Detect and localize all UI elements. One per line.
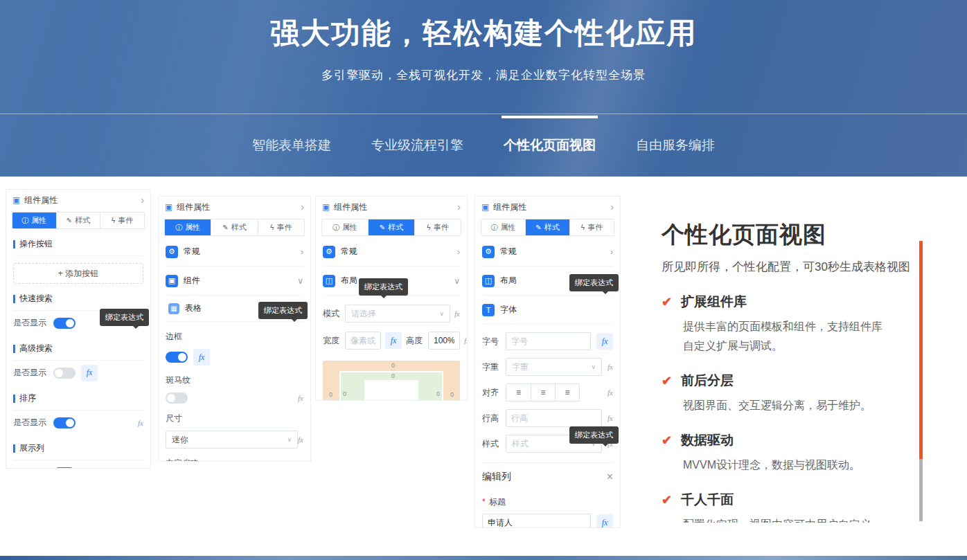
- tab-personalized-view[interactable]: 个性化页面视图: [504, 136, 596, 154]
- tab-event[interactable]: ϟ 事件: [258, 219, 304, 235]
- mode-select[interactable]: 请选择 ∨: [345, 305, 450, 323]
- tab-event[interactable]: ϟ 事件: [414, 219, 461, 235]
- fx-bind-button-active[interactable]: fx: [193, 349, 210, 365]
- tab-service-orchestration[interactable]: 自由服务编排: [636, 136, 715, 154]
- group-label: 字体: [500, 304, 517, 316]
- font-weight-select[interactable]: 字重 ∨: [506, 358, 602, 376]
- check-icon: ✔: [662, 373, 672, 388]
- advanced-search-toggle[interactable]: [53, 368, 76, 379]
- tab-style[interactable]: ✎ 样式: [525, 219, 569, 235]
- group-general[interactable]: ⚙ 常规 ›: [482, 237, 613, 267]
- box-model-diagram: 0 0 0 0 MARGIN 0 0 0 0 PADDING: [323, 361, 460, 401]
- tab-label: 属性: [342, 222, 357, 233]
- size-select[interactable]: 迷你 ∨: [166, 431, 298, 449]
- fx-bind-button[interactable]: fx: [138, 419, 143, 427]
- add-button[interactable]: + 添加按钮: [13, 263, 143, 284]
- layout-icon: ◫: [323, 275, 335, 287]
- layout-icon: ◫: [482, 275, 495, 287]
- component-props-panel-2: ▣ 组件属性 › ⓘ 属性 ✎ 样式 ϟ 事件 ⚙ 常规 ›: [158, 196, 311, 462]
- line-height-row: 行高 fx: [482, 409, 613, 427]
- fx-bind-button-active[interactable]: fx: [81, 365, 98, 381]
- fx-bind-button[interactable]: fx: [607, 388, 613, 397]
- tab-style[interactable]: ✎ 样式: [211, 219, 257, 235]
- section-quick-search: 快速搜索: [13, 285, 143, 311]
- fx-bind-button[interactable]: fx: [138, 469, 143, 469]
- tab-process-engine[interactable]: 专业级流程引擎: [371, 136, 463, 154]
- group-font[interactable]: T 字体: [482, 296, 613, 325]
- sort-toggle[interactable]: [53, 417, 76, 428]
- section-accent-bar: [13, 295, 15, 303]
- feature-scrollbar[interactable]: [919, 241, 923, 521]
- show-label: 是否显示: [13, 367, 46, 379]
- component-props-panel-4: ▣ 组件属性 › ⓘ 属性 ✎ 样式 ϟ 事件 ⚙ 常规 ›: [474, 196, 621, 528]
- fx-bind-button-active[interactable]: fx: [385, 332, 402, 349]
- select-arrow-icon: ∨: [588, 363, 596, 370]
- mode-placeholder: 请选择: [351, 308, 376, 320]
- align-row: 对齐 ≡ ≡ ≡ fx: [482, 383, 613, 401]
- tab-event[interactable]: ϟ 事件: [100, 213, 144, 228]
- align-center-button[interactable]: ≡: [531, 384, 555, 401]
- stripe-row: fx: [166, 392, 303, 404]
- tab-properties[interactable]: ⓘ 属性: [481, 219, 525, 235]
- font-icon: T: [482, 304, 495, 316]
- tab-smart-form[interactable]: 智能表单搭建: [252, 136, 331, 154]
- bind-expression-tooltip: 绑定表达式: [569, 426, 619, 444]
- display-columns-toggle[interactable]: [53, 467, 76, 469]
- close-icon[interactable]: ×: [607, 471, 613, 483]
- cube-icon: ▣: [322, 202, 330, 212]
- panel-title: 组件属性: [177, 201, 210, 213]
- tab-properties[interactable]: ⓘ 属性: [322, 219, 368, 235]
- fx-bind-button-active[interactable]: fx: [596, 333, 613, 350]
- chevron-right-icon[interactable]: ›: [610, 201, 614, 213]
- font-weight-label: 字重: [482, 361, 500, 373]
- chevron-right-icon[interactable]: ›: [457, 201, 461, 213]
- group-general[interactable]: ⚙ 常规 ›: [166, 237, 303, 267]
- group-label: 常规: [184, 246, 200, 258]
- fx-bind-button-active[interactable]: fx: [596, 514, 613, 528]
- section-title: 高级搜索: [19, 343, 53, 354]
- chevron-right-icon[interactable]: ›: [301, 201, 304, 213]
- fx-bind-button[interactable]: fx: [607, 363, 613, 371]
- group-component[interactable]: ▣ 组件 ∨: [166, 267, 303, 296]
- hero-tab-bar: 智能表单搭建 专业级流程引擎 个性化页面视图 自由服务编排: [0, 114, 967, 177]
- tab-properties[interactable]: ⓘ 属性: [12, 213, 56, 228]
- feature-title-row: ✔ 数据驱动: [662, 431, 911, 449]
- border-toggle[interactable]: [166, 352, 188, 363]
- fx-bind-button[interactable]: fx: [464, 336, 468, 345]
- cube-icon: ▣: [165, 202, 172, 212]
- hero-subtitle: 多引擎驱动，全栈可视化开发，满足企业数字化转型全场景: [0, 67, 967, 83]
- font-size-input[interactable]: [506, 332, 591, 350]
- tab-style[interactable]: ✎ 样式: [56, 213, 100, 228]
- align-left-button[interactable]: ≡: [506, 384, 531, 401]
- align-right-button[interactable]: ≡: [555, 384, 579, 401]
- fx-bind-button[interactable]: fx: [607, 414, 613, 422]
- panel-header: ▣ 组件属性 ›: [6, 190, 150, 210]
- line-height-input[interactable]: [506, 409, 602, 427]
- padding-top-value: 0: [391, 372, 395, 379]
- chevron-right-icon: ›: [457, 247, 460, 257]
- width-input[interactable]: [345, 332, 381, 350]
- sort-show-row: 是否显示 fx: [13, 410, 143, 435]
- fx-bind-button[interactable]: fx: [454, 309, 460, 318]
- tab-event[interactable]: ϟ 事件: [569, 219, 614, 235]
- title-input[interactable]: [482, 514, 591, 528]
- group-general[interactable]: ⚙ 常规 ›: [323, 237, 460, 267]
- panel-title: 组件属性: [24, 195, 57, 206]
- chevron-right-icon[interactable]: ›: [141, 195, 144, 206]
- quick-search-toggle[interactable]: [53, 318, 76, 329]
- panel-tab-bar: ⓘ 属性 ✎ 样式 ϟ 事件: [321, 219, 461, 236]
- feature-desc: 视图界面、交互逻辑分离，易于维护。: [683, 396, 892, 415]
- padding-left-value: 0: [343, 390, 346, 397]
- fx-bind-button[interactable]: fx: [298, 394, 303, 402]
- height-input[interactable]: [428, 332, 460, 350]
- group-label: 布局: [500, 275, 517, 287]
- bind-expression-tooltip: 绑定表达式: [569, 274, 619, 291]
- component-icon: ▣: [166, 275, 178, 287]
- stripe-toggle[interactable]: [166, 392, 188, 404]
- tab-properties[interactable]: ⓘ 属性: [165, 219, 211, 235]
- tab-style[interactable]: ✎ 样式: [368, 219, 414, 235]
- fx-bind-button[interactable]: fx: [298, 435, 303, 444]
- tab-label: 属性: [501, 222, 516, 233]
- feature-subheading: 所见即所得，个性化配置，可30秒生成表格视图: [662, 259, 910, 275]
- scrollbar-thumb[interactable]: [919, 241, 923, 459]
